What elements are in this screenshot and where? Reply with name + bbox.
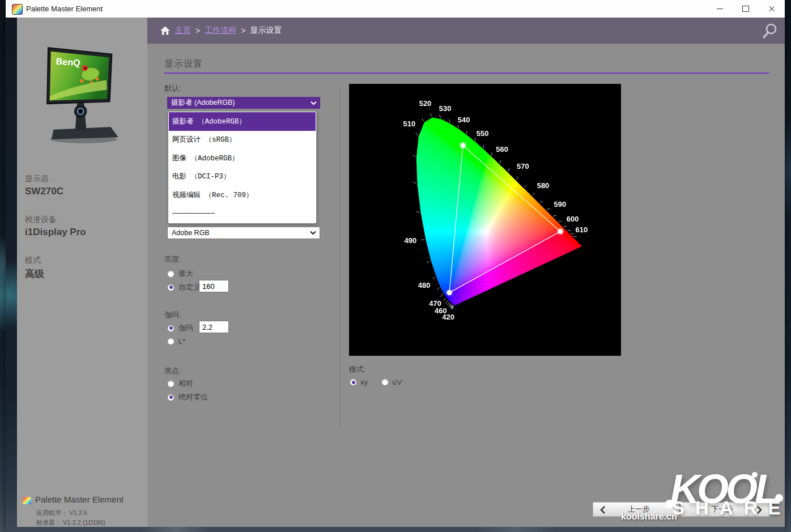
mode-uv-radio[interactable] <box>381 378 389 386</box>
cal-version-line: 校准器： V1.3.2 (1D186) <box>36 518 105 527</box>
monitor-info: 显示器 SW270C <box>25 174 63 197</box>
default-label: 默认: <box>164 83 181 93</box>
next-step-label: 下一步 <box>711 504 739 514</box>
preset-select-value: 摄影者 (AdobeRGB) <box>167 98 235 108</box>
mode-xy-label: xy <box>360 378 368 386</box>
radio-button[interactable] <box>167 284 175 291</box>
mode-xy-radio[interactable] <box>350 378 357 386</box>
benq-logo-text: BenQ <box>56 56 80 68</box>
dropdown-option-separator: —————————— <box>169 205 316 223</box>
app-window: Palette Master Element <box>6 0 785 532</box>
monitor-model: SW270C <box>25 186 63 197</box>
cie-chromaticity-diagram <box>349 84 621 356</box>
maximize-button[interactable] <box>733 0 759 18</box>
radio-button[interactable] <box>167 338 175 345</box>
blackpoint-relative-option[interactable]: 相对 <box>167 378 193 389</box>
radio-button[interactable] <box>167 394 175 401</box>
brightness-label: 亮度: <box>164 254 181 265</box>
previous-step-label: 上一步 <box>622 504 650 514</box>
minimize-button[interactable] <box>707 0 733 18</box>
lstar-option[interactable]: L* <box>167 337 185 346</box>
breadcrumb-separator: > <box>241 26 245 35</box>
radio-label: 相对 <box>178 378 193 389</box>
radio-label: 自定义 <box>178 282 201 292</box>
radio-button[interactable] <box>167 325 175 332</box>
dropdown-option[interactable]: 图像 （AdobeRGB） <box>169 149 316 168</box>
gamut-select-value: Adobe RGB <box>168 229 210 237</box>
desktop-background: Palette Master Element <box>0 0 791 532</box>
blackpoint-absolute-option[interactable]: 绝对零位 <box>167 392 208 402</box>
radio-button[interactable] <box>167 380 175 388</box>
chevron-down-icon <box>310 231 316 235</box>
sidebar: BenQ 显示器 SW270C 校准设备 i1Display Pro 模式 高级… <box>17 18 147 527</box>
page-title: 显示设置 <box>164 58 203 70</box>
search-icon[interactable] <box>761 22 779 40</box>
dropdown-option[interactable]: 摄影者 （AdobeRGB） <box>169 112 316 131</box>
diagram-mode-options: xy u'v' <box>350 378 403 386</box>
cal-version-label: 校准器： <box>36 519 61 526</box>
brightness-max-option[interactable]: 最大 <box>167 269 193 279</box>
dropdown-option[interactable]: 网页设计 （sRGB） <box>169 131 316 150</box>
radio-label: 伽玛 <box>178 323 193 333</box>
chevron-left-icon <box>599 505 608 514</box>
radio-button[interactable] <box>167 270 175 278</box>
chevron-right-icon <box>754 505 763 514</box>
main-panel: 主页 > 工作流程 > 显示设置 显示设置 默认: 摄影者 (AdobeRGB) <box>147 18 785 527</box>
gamut-select[interactable]: Adobe RGB <box>167 227 320 239</box>
app-version-line: 应用程序： V1.3.5 <box>36 509 87 517</box>
next-step-button[interactable]: 下一步 <box>681 502 769 517</box>
monitor-image: BenQ <box>25 37 139 151</box>
column-divider <box>340 85 341 428</box>
breadcrumb-separator: > <box>195 26 200 35</box>
gamma-option[interactable]: 伽玛 <box>167 323 193 333</box>
radio-label: 绝对零位 <box>178 392 208 402</box>
radio-label: L* <box>178 337 185 346</box>
preset-dropdown-list: 摄影者 （AdobeRGB） 网页设计 （sRGB） 图像 （AdobeRGB）… <box>168 111 317 224</box>
wizard-nav: 上一步 下一步 <box>593 502 769 517</box>
calibrator-model: i1Display Pro <box>25 227 86 238</box>
app-version-value: V1.3.5 <box>69 509 87 516</box>
close-icon <box>768 6 775 12</box>
breadcrumb-workflow-link[interactable]: 工作流程 <box>205 25 236 36</box>
dropdown-option[interactable]: 视频编辑 （Rec. 709） <box>169 186 316 205</box>
cie-canvas <box>349 84 621 356</box>
breadcrumb-home-link[interactable]: 主页 <box>175 25 191 36</box>
blackpoint-label: 黑点: <box>164 366 181 376</box>
brightness-custom-option[interactable]: 自定义 <box>167 282 201 292</box>
gamma-value-input[interactable] <box>199 321 228 333</box>
app-icon <box>12 4 23 15</box>
minimize-icon <box>717 8 723 9</box>
mode-label: 模式 <box>25 256 44 266</box>
window-title: Palette Master Element <box>26 0 103 18</box>
monitor-label: 显示器 <box>25 174 63 184</box>
mode-value: 高级 <box>25 267 44 280</box>
diagram-mode-label: 模式: <box>349 364 366 374</box>
mode-info: 模式 高级 <box>25 256 44 280</box>
preset-select[interactable]: 摄影者 (AdobeRGB) <box>167 97 320 109</box>
close-button[interactable] <box>759 0 785 18</box>
brightness-value-input[interactable] <box>199 280 228 292</box>
chevron-down-icon <box>311 101 317 105</box>
window-controls <box>707 0 785 18</box>
title-bar[interactable]: Palette Master Element <box>6 0 785 18</box>
maximize-icon <box>742 6 749 12</box>
mode-uv-label: u'v' <box>392 378 403 386</box>
breadcrumb-current: 显示设置 <box>250 25 282 36</box>
dropdown-option[interactable]: 电影 （DCI-P3） <box>169 168 316 186</box>
gamma-label: 伽玛: <box>164 310 181 320</box>
home-icon[interactable] <box>160 25 171 36</box>
title-underline <box>164 73 769 74</box>
footer-app-name: Palette Master Element <box>35 495 124 504</box>
calibrator-info: 校准设备 i1Display Pro <box>25 215 86 238</box>
breadcrumb: 主页 > 工作流程 > 显示设置 <box>147 18 785 44</box>
previous-step-button[interactable]: 上一步 <box>593 502 679 517</box>
calibrator-label: 校准设备 <box>25 215 86 225</box>
app-logo-icon <box>23 497 31 504</box>
app-version-label: 应用程序： <box>36 509 67 516</box>
cal-version-value: V1.3.2 (1D186) <box>63 519 105 526</box>
radio-label: 最大 <box>178 269 193 279</box>
